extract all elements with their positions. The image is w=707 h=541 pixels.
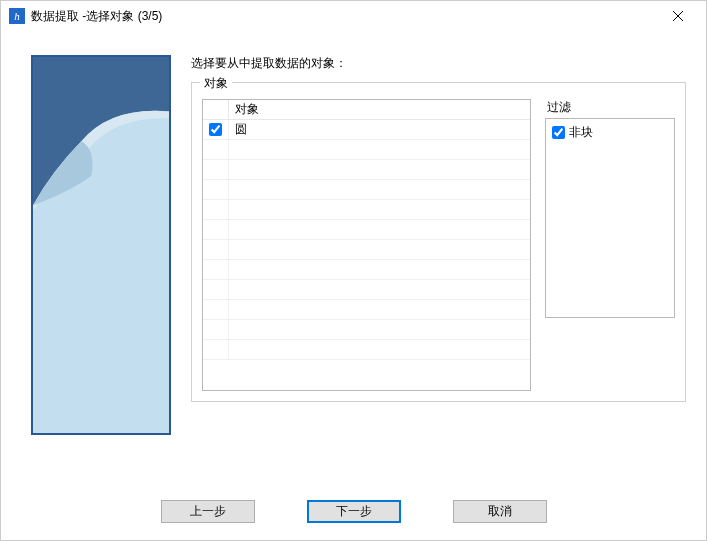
button-row: 上一步 下一步 取消 <box>0 500 707 523</box>
back-button[interactable]: 上一步 <box>161 500 255 523</box>
instruction-label: 选择要从中提取数据的对象： <box>191 55 686 72</box>
filter-list: 非块 <box>545 118 675 318</box>
object-checkbox[interactable] <box>209 123 222 136</box>
objects-header-label: 对象 <box>229 101 530 118</box>
objects-table: 对象 圆 <box>202 99 531 391</box>
close-icon <box>673 11 683 21</box>
filter-checkbox[interactable] <box>552 126 565 139</box>
groupbox-title: 对象 <box>200 75 232 92</box>
cancel-button[interactable]: 取消 <box>453 500 547 523</box>
filter-item-label: 非块 <box>569 124 593 141</box>
window-title: 数据提取 -选择对象 (3/5) <box>31 8 658 25</box>
next-button[interactable]: 下一步 <box>307 500 401 523</box>
filter-item[interactable]: 非块 <box>552 123 668 141</box>
objects-groupbox: 对象 对象 圆 <box>191 82 686 402</box>
wizard-preview-image <box>31 55 171 435</box>
close-button[interactable] <box>658 2 698 30</box>
table-row[interactable]: 圆 <box>203 120 530 140</box>
filter-label: 过滤 <box>545 99 675 116</box>
titlebar: h 数据提取 -选择对象 (3/5) <box>1 1 706 31</box>
app-icon: h <box>9 8 25 24</box>
table-header: 对象 <box>203 100 530 120</box>
object-name: 圆 <box>229 121 530 138</box>
